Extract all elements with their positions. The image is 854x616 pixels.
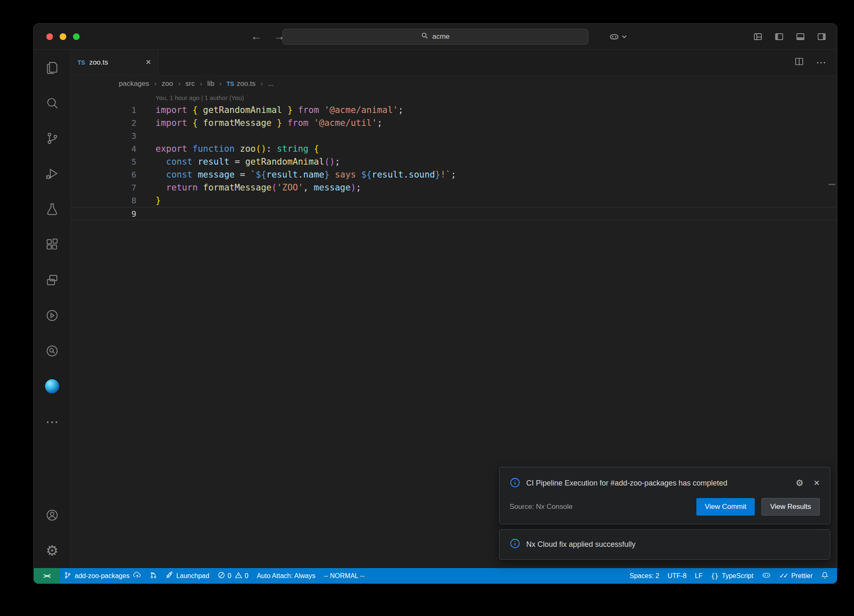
line-number: 7 — [71, 181, 146, 194]
code-line[interactable]: 8} — [71, 194, 837, 207]
launchpad-item[interactable]: Launchpad — [161, 568, 214, 583]
edge-logo — [45, 379, 59, 393]
line-number: 1 — [71, 104, 146, 117]
code-line[interactable]: 5 const result = getRandomAnimal(); — [71, 155, 837, 168]
ellipsis-icon: ⋯ — [45, 414, 59, 430]
breadcrumb-overflow[interactable]: ... — [268, 80, 274, 88]
toggle-panel-icon[interactable] — [796, 32, 805, 41]
code-text — [146, 130, 156, 143]
gear-glyph: ⚙ — [46, 542, 58, 559]
braces-icon: {} — [711, 572, 718, 580]
launchpad-label: Launchpad — [176, 572, 209, 580]
git-branch-item[interactable]: add-zoo-packages — [60, 568, 146, 583]
code-text: const message = `${result.name} says ${r… — [146, 168, 456, 181]
remote-indicator[interactable]: >< — [34, 568, 60, 583]
language-mode-item[interactable]: {} TypeScript — [707, 568, 758, 583]
nx-cloud-icon[interactable] — [34, 333, 70, 368]
editor-actions: ⋯ — [795, 50, 837, 75]
breadcrumb-item[interactable]: src — [186, 80, 195, 88]
info-icon — [510, 538, 520, 551]
testing-icon[interactable] — [34, 191, 70, 227]
auto-attach-item[interactable]: Auto Attach: Always — [253, 568, 320, 583]
encoding-item[interactable]: UTF-8 — [663, 568, 691, 583]
more-views-icon[interactable]: ⋯ — [34, 404, 70, 439]
titlebar: ← → acme — [34, 24, 837, 50]
statusbar-right: Spaces: 2 UTF-8 LF {} TypeScript ✓✓ Pret… — [625, 568, 837, 583]
customize-layout-icon[interactable] — [754, 32, 762, 41]
vim-mode-item[interactable]: -- NORMAL -- — [319, 568, 369, 583]
breadcrumb-item[interactable]: packages — [119, 80, 149, 88]
code-line[interactable]: 3 — [71, 130, 837, 143]
eol-item[interactable]: LF — [691, 568, 707, 583]
prettier-item[interactable]: ✓✓ Prettier — [775, 568, 817, 583]
breadcrumb-file[interactable]: TS zoo.ts — [227, 80, 256, 88]
error-count: 0 — [228, 572, 231, 580]
notification-title: CI Pipeline Execution for #add-zoo-packa… — [526, 477, 743, 490]
search-view-icon[interactable] — [34, 85, 70, 120]
notification-nx-cloud-fix: Nx Cloud fix applied successfully — [499, 529, 830, 560]
close-window-button[interactable] — [46, 33, 53, 40]
activity-bar: ⋯ ⚙ — [34, 50, 71, 568]
minimize-window-button[interactable] — [60, 33, 66, 40]
code-line[interactable]: 1import { getRandomAnimal } from '@acme/… — [71, 104, 837, 117]
typescript-file-icon: TS — [78, 59, 85, 66]
settings-gear-icon[interactable]: ⚙ — [34, 533, 70, 568]
notification-close-icon[interactable]: ✕ — [814, 478, 820, 488]
indentation-item[interactable]: Spaces: 2 — [625, 568, 663, 583]
code-line[interactable]: 2import { formatMessage } from '@acme/ut… — [71, 117, 837, 130]
warning-icon — [235, 571, 242, 581]
account-icon[interactable] — [34, 497, 70, 533]
code-text: export function zoo(): string { — [146, 143, 319, 155]
edge-browser-icon[interactable] — [34, 368, 70, 404]
copilot-icon — [762, 571, 771, 581]
prettier-label: Prettier — [791, 572, 813, 580]
status-bar: >< add-zoo-packages — [34, 568, 837, 583]
line-number: 8 — [71, 194, 146, 207]
search-icon — [421, 32, 428, 41]
notification-settings-icon[interactable]: ⚙ — [796, 478, 804, 488]
branch-label: add-zoo-packages — [75, 572, 130, 580]
toggle-primary-sidebar-icon[interactable] — [775, 32, 784, 41]
typescript-file-icon: TS — [227, 80, 234, 87]
breadcrumb: packages › zoo › src › lib › TS zoo.ts ›… — [71, 75, 837, 92]
more-actions-icon[interactable]: ⋯ — [816, 57, 826, 68]
back-button[interactable]: ← — [251, 30, 262, 43]
history-navigation: ← → — [251, 24, 285, 49]
notification-ci-pipeline: CI Pipeline Execution for #add-zoo-packa… — [499, 467, 830, 524]
explorer-icon[interactable] — [34, 50, 70, 85]
language-label: TypeScript — [722, 572, 754, 580]
code-line[interactable]: 7 return formatMessage('ZOO', message); — [71, 181, 837, 194]
run-debug-icon[interactable] — [34, 156, 70, 191]
code-line[interactable]: 9 — [71, 207, 837, 220]
code-lines: 1import { getRandomAnimal } from '@acme/… — [71, 104, 837, 220]
code-line[interactable]: 4export function zoo(): string { — [71, 143, 837, 155]
notifications-bell-item[interactable] — [817, 568, 833, 583]
nx-console-icon[interactable] — [34, 298, 70, 333]
breadcrumb-item[interactable]: lib — [207, 80, 214, 88]
extensions-icon[interactable] — [34, 227, 70, 262]
chevron-right-icon: › — [200, 80, 202, 88]
split-editor-icon[interactable] — [795, 56, 804, 69]
breadcrumb-file-label: zoo.ts — [236, 80, 255, 88]
copilot-menu[interactable] — [609, 33, 627, 41]
code-text: const result = getRandomAnimal(); — [146, 155, 340, 168]
view-commit-button[interactable]: View Commit — [696, 498, 755, 516]
error-icon — [218, 571, 225, 581]
toggle-secondary-sidebar-icon[interactable] — [817, 32, 826, 41]
line-number: 4 — [71, 143, 146, 155]
tab-zoo-ts[interactable]: TS zoo.ts ✕ — [71, 50, 158, 75]
breadcrumb-item[interactable]: zoo — [161, 80, 173, 88]
source-control-icon[interactable] — [34, 120, 70, 156]
remote-explorer-icon[interactable] — [34, 262, 70, 298]
line-number: 3 — [71, 130, 146, 143]
code-line[interactable]: 6 const message = `${result.name} says $… — [71, 168, 837, 181]
search-value: acme — [432, 33, 450, 41]
copilot-status-item[interactable] — [758, 568, 775, 583]
close-tab-icon[interactable]: ✕ — [146, 58, 151, 67]
git-compare-item[interactable] — [146, 568, 161, 583]
zoom-window-button[interactable] — [73, 33, 80, 40]
problems-item[interactable]: 0 0 — [214, 568, 253, 583]
gitlens-annotation[interactable]: You, 1 hour ago | 1 author (You) — [71, 92, 837, 104]
command-center-search[interactable]: acme — [282, 29, 588, 45]
view-results-button[interactable]: View Results — [761, 498, 820, 516]
